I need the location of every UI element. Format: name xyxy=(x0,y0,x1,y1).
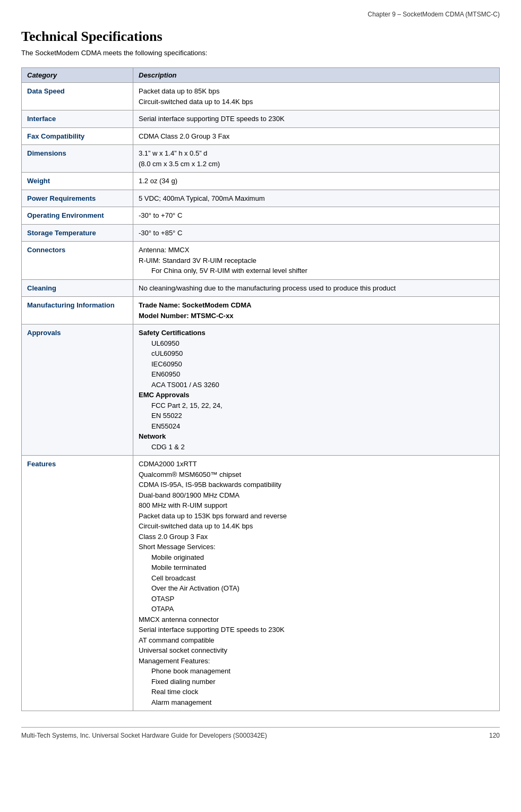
table-cell-description: No cleaning/washing due to the manufactu… xyxy=(133,279,500,297)
table-cell-description: 3.1” w x 1.4” h x 0.5” d(8.0 cm x 3.5 cm… xyxy=(133,145,500,173)
table-cell-description: Safety CertificationsUL60950cUL60950IEC6… xyxy=(133,324,500,456)
table-row: ApprovalsSafety CertificationsUL60950cUL… xyxy=(22,324,500,456)
col-category-header: Category xyxy=(22,68,133,83)
table-cell-category: Power Requirements xyxy=(22,190,133,207)
page-title: Technical Specifications xyxy=(21,29,500,45)
table-cell-description: 5 VDC; 400mA Typical, 700mA Maximum xyxy=(133,190,500,207)
table-row: CleaningNo cleaning/washing due to the m… xyxy=(22,279,500,297)
table-cell-category: Operating Environment xyxy=(22,207,133,225)
table-cell-category: Interface xyxy=(22,110,133,128)
table-cell-description: -30° to +85° C xyxy=(133,224,500,242)
footer-right: 120 xyxy=(489,732,500,739)
table-cell-category: Features xyxy=(22,456,133,711)
table-cell-category: Dimensions xyxy=(22,145,133,173)
table-row: Data SpeedPacket data up to 85K bpsCircu… xyxy=(22,83,500,110)
page-footer: Multi-Tech Systems, Inc. Universal Socke… xyxy=(21,727,500,739)
table-row: ConnectorsAntenna: MMCXR-UIM: Standard 3… xyxy=(22,242,500,280)
table-cell-description: -30° to +70° C xyxy=(133,207,500,225)
table-cell-category: Cleaning xyxy=(22,279,133,297)
table-cell-description: Packet data up to 85K bpsCircuit-switche… xyxy=(133,83,500,110)
table-cell-category: Fax Compatibility xyxy=(22,127,133,145)
table-cell-category: Storage Temperature xyxy=(22,224,133,242)
chapter-title: Chapter 9 – SocketModem CDMA (MTSMC-C) xyxy=(368,11,500,18)
table-cell-category: Manufacturing Information xyxy=(22,297,133,324)
table-cell-description: CDMA Class 2.0 Group 3 Fax xyxy=(133,127,500,145)
table-cell-description: CDMA2000 1xRTTQualcomm® MSM6050™ chipset… xyxy=(133,456,500,711)
table-row: FeaturesCDMA2000 1xRTTQualcomm® MSM6050™… xyxy=(22,456,500,711)
table-row: Storage Temperature-30° to +85° C xyxy=(22,224,500,242)
chapter-header: Chapter 9 – SocketModem CDMA (MTSMC-C) xyxy=(21,11,500,18)
table-row: Operating Environment-30° to +70° C xyxy=(22,207,500,225)
page-subtitle: The SocketModem CDMA meets the following… xyxy=(21,49,500,57)
table-row: Manufacturing InformationTrade Name: Soc… xyxy=(22,297,500,324)
table-cell-category: Data Speed xyxy=(22,83,133,110)
table-cell-description: Antenna: MMCXR-UIM: Standard 3V R-UIM re… xyxy=(133,242,500,280)
specs-table: Category Description Data SpeedPacket da… xyxy=(21,67,500,711)
table-row: Dimensions3.1” w x 1.4” h x 0.5” d(8.0 c… xyxy=(22,145,500,173)
table-cell-category: Weight xyxy=(22,173,133,190)
col-description-header: Description xyxy=(133,68,500,83)
table-cell-description: Trade Name: SocketModem CDMAModel Number… xyxy=(133,297,500,324)
table-cell-category: Approvals xyxy=(22,324,133,456)
table-cell-description: 1.2 oz (34 g) xyxy=(133,173,500,190)
table-row: Weight1.2 oz (34 g) xyxy=(22,173,500,190)
table-row: Fax CompatibilityCDMA Class 2.0 Group 3 … xyxy=(22,127,500,145)
table-cell-category: Connectors xyxy=(22,242,133,280)
footer-left: Multi-Tech Systems, Inc. Universal Socke… xyxy=(21,732,267,739)
table-header-row: Category Description xyxy=(22,68,500,83)
table-cell-description: Serial interface supporting DTE speeds t… xyxy=(133,110,500,128)
table-row: Power Requirements5 VDC; 400mA Typical, … xyxy=(22,190,500,207)
table-row: InterfaceSerial interface supporting DTE… xyxy=(22,110,500,128)
